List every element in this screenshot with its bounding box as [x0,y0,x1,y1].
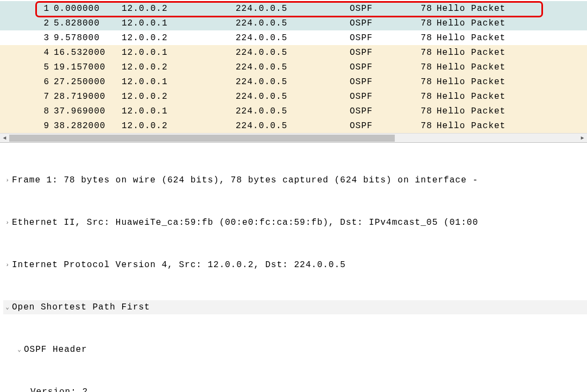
chevron-right-icon[interactable]: › [3,173,12,187]
version-text: Version: 2 [30,385,88,392]
packet-list-pane: 10.00000012.0.0.2224.0.0.5OSPF78Hello Pa… [0,0,587,143]
cell: 12.0.0.2 [119,30,233,45]
cell: 6 [0,74,52,89]
tree-ip[interactable]: › Internet Protocol Version 4, Src: 12.0… [3,258,587,272]
cell: 16.532000 [52,45,119,60]
scroll-track[interactable] [9,134,578,143]
cell: OSPF [348,89,407,104]
cell: 224.0.0.5 [233,45,348,60]
cell: 9 [0,118,52,133]
cell: 0.000000 [52,1,119,16]
cell: Hello Packet [434,16,587,30]
cell: Hello Packet [434,89,587,104]
table-row[interactable]: 938.28200012.0.0.2224.0.0.5OSPF78Hello P… [0,118,587,133]
tree-ospf-header[interactable]: ⌄ OSPF Header [3,343,587,357]
cell: 28.719000 [52,89,119,104]
cell: 7 [0,89,52,104]
cell: 12.0.0.1 [119,45,233,60]
scroll-thumb[interactable] [9,135,395,142]
tree-ospf[interactable]: ⌄ Open Shortest Path First [3,300,587,314]
cell: OSPF [348,104,407,118]
cell: 224.0.0.5 [233,74,348,89]
cell: Hello Packet [434,1,587,16]
cell: 224.0.0.5 [233,1,348,16]
cell: 78 [407,16,434,30]
cell: 9.578000 [52,30,119,45]
cell: OSPF [348,1,407,16]
chevron-down-icon[interactable]: ⌄ [3,300,12,314]
table-row[interactable]: 519.15700012.0.0.2224.0.0.5OSPF78Hello P… [0,60,587,74]
tree-ethernet[interactable]: › Ethernet II, Src: HuaweiTe_ca:59:fb (0… [3,216,587,230]
cell: 224.0.0.5 [233,118,348,133]
cell: 12.0.0.2 [119,118,233,133]
chevron-right-icon[interactable]: › [3,258,12,272]
cell: OSPF [348,60,407,74]
chevron-down-icon[interactable]: ⌄ [15,343,24,357]
cell: 224.0.0.5 [233,89,348,104]
cell: 5.828000 [52,16,119,30]
table-row[interactable]: 10.00000012.0.0.2224.0.0.5OSPF78Hello Pa… [0,1,587,16]
cell: 5 [0,60,52,74]
cell: 1 [0,1,52,16]
cell: OSPF [348,16,407,30]
scroll-left-arrow[interactable]: ◄ [0,134,9,143]
cell: 12.0.0.1 [119,74,233,89]
cell: 224.0.0.5 [233,30,348,45]
cell: 78 [407,118,434,133]
frame-summary: Frame 1: 78 bytes on wire (624 bits), 78… [12,173,478,187]
horizontal-scrollbar[interactable]: ◄ ► [0,133,587,142]
cell: OSPF [348,45,407,60]
cell: 38.282000 [52,118,119,133]
cell: 2 [0,16,52,30]
cell: 224.0.0.5 [233,60,348,74]
cell: 78 [407,104,434,118]
cell: 37.969000 [52,104,119,118]
cell: 8 [0,104,52,118]
table-row[interactable]: 39.57800012.0.0.2224.0.0.5OSPF78Hello Pa… [0,30,587,45]
cell: 12.0.0.2 [119,89,233,104]
cell: 78 [407,30,434,45]
cell: 78 [407,74,434,89]
table-row[interactable]: 627.25000012.0.0.1224.0.0.5OSPF78Hello P… [0,74,587,89]
chevron-right-icon[interactable]: › [3,216,12,230]
table-row[interactable]: 416.53200012.0.0.1224.0.0.5OSPF78Hello P… [0,45,587,60]
cell: 4 [0,45,52,60]
cell: Hello Packet [434,118,587,133]
cell: Hello Packet [434,104,587,118]
cell: 12.0.0.1 [119,104,233,118]
cell: OSPF [348,74,407,89]
cell: Hello Packet [434,60,587,74]
ospf-summary: Open Shortest Path First [12,300,150,314]
cell: 224.0.0.5 [233,104,348,118]
cell: Hello Packet [434,74,587,89]
cell: 78 [407,1,434,16]
cell: 224.0.0.5 [233,16,348,30]
tree-frame[interactable]: › Frame 1: 78 bytes on wire (624 bits), … [3,173,587,187]
table-row[interactable]: 25.82800012.0.0.1224.0.0.5OSPF78Hello Pa… [0,16,587,30]
cell: OSPF [348,30,407,45]
cell: Hello Packet [434,45,587,60]
cell: 12.0.0.2 [119,1,233,16]
field-version[interactable]: Version: 2 [3,385,587,392]
table-row[interactable]: 837.96900012.0.0.1224.0.0.5OSPF78Hello P… [0,104,587,118]
packet-details-pane[interactable]: › Frame 1: 78 bytes on wire (624 bits), … [0,143,587,392]
cell: 78 [407,60,434,74]
cell: 12.0.0.1 [119,16,233,30]
table-row[interactable]: 728.71900012.0.0.2224.0.0.5OSPF78Hello P… [0,89,587,104]
packet-table[interactable]: 10.00000012.0.0.2224.0.0.5OSPF78Hello Pa… [0,1,587,133]
cell: 27.250000 [52,74,119,89]
cell: 78 [407,89,434,104]
cell: Hello Packet [434,30,587,45]
ethernet-summary: Ethernet II, Src: HuaweiTe_ca:59:fb (00:… [12,216,478,230]
ip-summary: Internet Protocol Version 4, Src: 12.0.0… [12,258,346,272]
cell: OSPF [348,118,407,133]
ospf-header-label: OSPF Header [24,343,87,357]
cell: 12.0.0.2 [119,60,233,74]
cell: 78 [407,45,434,60]
scroll-right-arrow[interactable]: ► [578,134,587,143]
cell: 19.157000 [52,60,119,74]
cell: 3 [0,30,52,45]
